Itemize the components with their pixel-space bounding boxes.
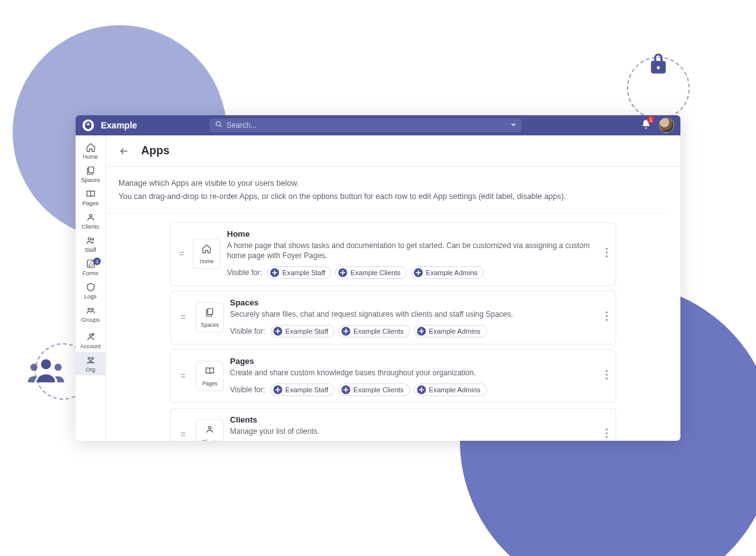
sidebar-item-account[interactable]: Account: [76, 329, 105, 352]
visible-for-label: Visible for:: [230, 327, 265, 336]
search-icon: [215, 120, 223, 130]
sidebar-item-spaces[interactable]: Spaces: [76, 162, 105, 186]
sidebar-item-label: Pages: [83, 200, 99, 207]
chip-label: Example Clients: [353, 327, 403, 335]
app-window: Example Search... 1: [76, 115, 680, 441]
visibility-chip[interactable]: Example Admins: [414, 383, 487, 396]
brand-name: Example: [101, 120, 137, 130]
svg-point-23: [605, 315, 607, 317]
chip-label: Example Admins: [429, 386, 481, 394]
search-input[interactable]: Search...: [210, 118, 522, 132]
home-icon: [202, 244, 212, 256]
app-card-spaces: = Spaces Spaces Securely share files, ch…: [170, 291, 616, 344]
plus-icon: [417, 327, 426, 336]
sidebar-item-label: Account: [80, 343, 101, 349]
sidebar-item-org[interactable]: Org: [76, 352, 105, 375]
app-tile-clients: Clients: [196, 419, 224, 441]
brand[interactable]: Example: [82, 119, 137, 132]
svg-point-20: [605, 256, 607, 258]
svg-point-28: [209, 426, 211, 429]
visibility-chip[interactable]: Example Staff: [270, 383, 335, 396]
visible-for-label: Visible for:: [230, 385, 265, 394]
visibility-chip[interactable]: Example Admins: [414, 325, 487, 338]
plus-icon: [273, 385, 282, 394]
app-tile-home: Home: [193, 239, 220, 269]
row-options-button[interactable]: [603, 245, 610, 263]
sidebar-item-label: Clients: [82, 224, 100, 230]
app-tile-label: Clients: [202, 439, 218, 441]
pages-icon: [205, 366, 215, 378]
sidebar-item-groups[interactable]: Groups: [76, 302, 105, 326]
chip-label: Example Clients: [353, 386, 403, 394]
visibility-chip[interactable]: Example Clients: [335, 266, 406, 279]
sidebar-item-home[interactable]: Home: [76, 139, 105, 162]
chip-label: Example Staff: [282, 269, 325, 276]
app-tile-label: Spaces: [201, 322, 219, 328]
row-options-button[interactable]: [603, 309, 610, 326]
svg-point-18: [605, 248, 607, 250]
visibility-chip[interactable]: Example Clients: [338, 325, 410, 338]
app-tile-spaces: Spaces: [196, 302, 224, 332]
visibility-chip[interactable]: Example Staff: [267, 266, 331, 279]
notifications-button[interactable]: 1: [641, 119, 651, 132]
svg-point-31: [605, 436, 607, 438]
drag-handle-icon[interactable]: =: [176, 249, 186, 259]
svg-point-19: [605, 252, 607, 254]
svg-point-9: [91, 239, 93, 241]
lock-icon: [643, 47, 674, 79]
svg-point-15: [88, 358, 89, 360]
drag-handle-icon[interactable]: =: [176, 312, 190, 322]
page-header: Apps: [106, 135, 680, 167]
app-title: Home: [227, 229, 592, 239]
row-options-button[interactable]: [603, 426, 610, 441]
visibility-chip[interactable]: Example Admins: [411, 266, 484, 279]
app-title: Spaces: [230, 298, 592, 307]
sidebar-item-label: Spaces: [81, 177, 100, 183]
visibility-chip[interactable]: Example Clients: [338, 383, 410, 396]
svg-rect-6: [88, 167, 93, 173]
visible-for-label: Visible for:: [227, 268, 262, 277]
sidebar-item-label: Org: [86, 366, 95, 373]
chip-label: Example Clients: [350, 269, 400, 276]
titlebar: Example Search... 1: [76, 115, 680, 135]
app-tile-pages: Pages: [196, 361, 224, 391]
app-card-home: = Home Home A home page that shows tasks…: [170, 222, 616, 287]
svg-line-5: [220, 125, 222, 127]
svg-point-27: [605, 378, 607, 380]
svg-point-24: [605, 319, 607, 321]
row-options-button[interactable]: [603, 367, 610, 385]
svg-point-11: [88, 308, 89, 310]
drag-handle-icon[interactable]: =: [176, 429, 190, 440]
svg-point-25: [605, 370, 607, 372]
drag-handle-icon[interactable]: =: [176, 371, 190, 381]
intro-line-2: You can drag-and-drop to re-order Apps, …: [118, 190, 668, 203]
page-title: Apps: [141, 144, 169, 157]
chip-label: Example Admins: [426, 269, 478, 276]
sidebar-item-label: Groups: [81, 317, 100, 323]
sidebar-item-pages[interactable]: Pages: [76, 186, 105, 209]
app-card-list: = Home Home A home page that shows tasks…: [106, 222, 680, 441]
svg-point-8: [88, 237, 91, 240]
sidebar-item-forms[interactable]: 3 Forms: [76, 256, 105, 279]
people-icon: [24, 355, 68, 386]
spaces-icon: [205, 307, 215, 320]
svg-point-26: [605, 374, 607, 376]
chip-label: Example Staff: [285, 386, 328, 394]
sidebar-item-label: Forms: [83, 270, 99, 276]
svg-point-16: [91, 358, 93, 360]
back-button[interactable]: [118, 145, 130, 157]
sidebar-item-clients[interactable]: Clients: [76, 209, 105, 232]
sidebar-item-logs[interactable]: Logs: [76, 279, 105, 302]
notification-count-badge: 1: [647, 116, 655, 123]
avatar[interactable]: [659, 118, 674, 133]
clients-icon: [205, 424, 215, 437]
plus-icon: [338, 268, 347, 277]
forms-badge: 3: [93, 258, 101, 265]
intro-text: Manage which Apps are visible to your us…: [106, 167, 668, 213]
sidebar-item-staff[interactable]: Staff: [76, 232, 105, 256]
plus-icon: [341, 327, 350, 336]
app-card-clients: = Clients Clients Manage your list of cl…: [170, 408, 616, 441]
plus-icon: [270, 268, 279, 277]
visibility-chip[interactable]: Example Staff: [270, 325, 335, 338]
plus-icon: [417, 385, 426, 394]
